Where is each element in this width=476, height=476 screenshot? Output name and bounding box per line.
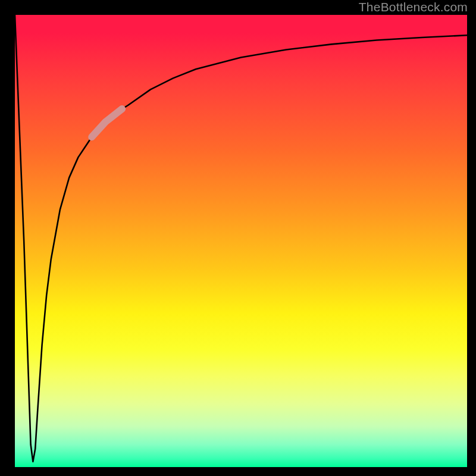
curve-highlight-segment (92, 109, 122, 137)
plot-area (15, 15, 467, 467)
curve-svg (15, 15, 467, 467)
bottleneck-curve (15, 15, 467, 462)
watermark-label: TheBottleneck.com (359, 0, 468, 14)
chart-frame: TheBottleneck.com (0, 0, 476, 476)
